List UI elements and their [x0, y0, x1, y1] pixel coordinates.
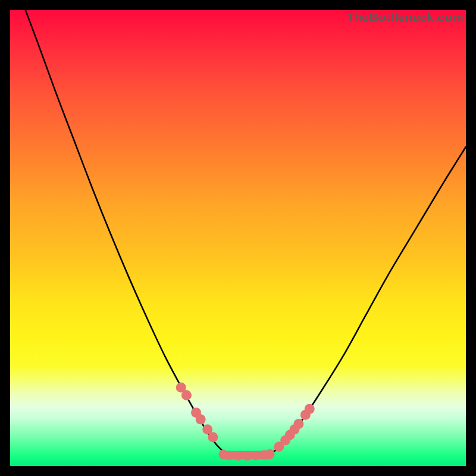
left-markers — [176, 383, 218, 442]
marker-dot — [242, 451, 252, 461]
chart-svg — [10, 10, 466, 466]
marker-dot — [252, 450, 261, 460]
marker-dot — [233, 451, 243, 461]
marker-dot — [181, 390, 192, 400]
outer-frame: TheBottleneck.com — [0, 0, 476, 476]
marker-dot — [305, 404, 315, 414]
flat-markers — [218, 449, 274, 461]
right-markers — [274, 404, 314, 452]
left-curve — [24, 5, 270, 456]
right-curve — [269, 147, 466, 456]
marker-dot — [224, 450, 234, 460]
curve-group — [24, 5, 466, 456]
plot-area: TheBottleneck.com — [10, 10, 466, 466]
marker-dot — [196, 414, 206, 424]
marker-dot — [208, 432, 218, 442]
marker-dot — [293, 419, 303, 429]
marker-dot — [265, 449, 275, 459]
